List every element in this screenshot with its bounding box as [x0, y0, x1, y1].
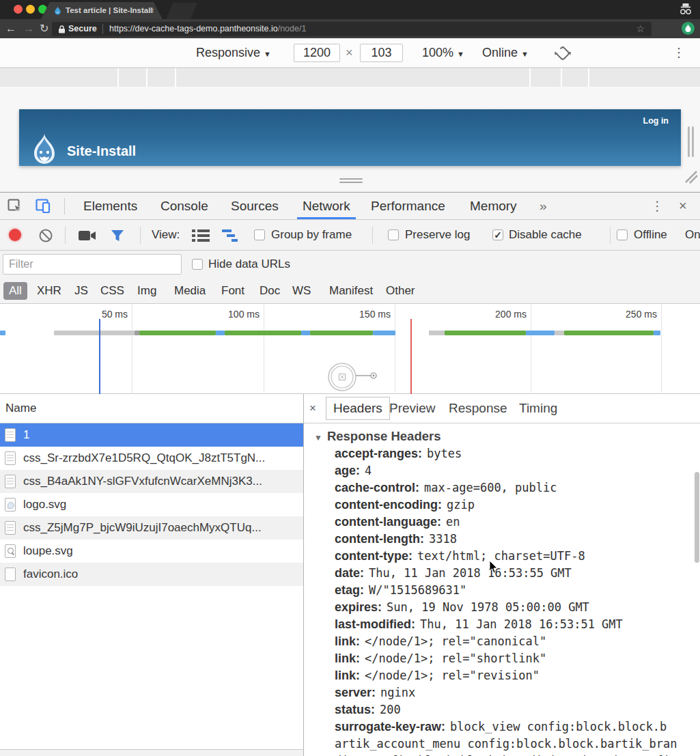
corner-resize-handle[interactable]	[683, 169, 698, 184]
devtools-close-icon[interactable]: ×	[679, 193, 687, 219]
header-name: cache-control:	[335, 481, 419, 494]
reload-icon[interactable]: ↻	[40, 19, 48, 38]
response-header-line: age:4	[304, 462, 700, 479]
devtools-menu-icon[interactable]: ⋮	[651, 193, 664, 219]
header-value: </node/1>; rel="revision"	[365, 669, 540, 682]
device-network-select[interactable]: Online ▼	[482, 38, 529, 68]
chip-css[interactable]: CSS	[98, 282, 127, 300]
chip-js[interactable]: JS	[72, 282, 91, 300]
devtools-tab-memory[interactable]: Memory	[470, 193, 517, 219]
detail-tab-timing[interactable]: Timing	[519, 394, 557, 423]
request-row[interactable]: favicon.ico	[0, 563, 303, 586]
filter-input[interactable]	[3, 254, 182, 275]
chip-font[interactable]: Font	[219, 282, 247, 300]
chip-other[interactable]: Other	[383, 282, 418, 300]
timeline-gridline	[395, 304, 395, 394]
devtools-tab-performance[interactable]: Performance	[371, 193, 445, 219]
waterfall-bar	[564, 331, 654, 335]
record-button[interactable]	[9, 229, 21, 241]
site-header-banner: Log in Site-Install	[19, 109, 681, 166]
forward-icon[interactable]: →	[23, 19, 34, 38]
timeline-gridline	[531, 304, 531, 394]
browser-tab[interactable]: Test article | Site-Install ×	[41, 2, 163, 19]
devtools-tab-elements[interactable]: Elements	[83, 193, 137, 219]
waterfall-bar	[429, 331, 445, 335]
timeline-tick-label: 250 ms	[609, 309, 657, 320]
request-row[interactable]: css_Sr-zrzbdX7e1D5RQ_QtqOK_J8ztT5TgN...	[0, 447, 303, 470]
name-column-header[interactable]: Name	[0, 394, 303, 423]
request-row[interactable]: loupe.svg	[0, 540, 303, 563]
devtools-tab-network[interactable]: Network	[303, 193, 350, 219]
capture-screenshots-icon[interactable]	[79, 229, 96, 242]
device-width-input[interactable]	[294, 44, 340, 62]
close-detail-icon[interactable]: ×	[309, 394, 316, 423]
chip-xhr[interactable]: XHR	[34, 282, 64, 300]
devtools-drag-handle[interactable]	[339, 178, 363, 185]
device-mode-select[interactable]: Responsive ▼	[196, 38, 271, 68]
file-blank-icon	[5, 568, 16, 581]
chip-media[interactable]: Media	[171, 282, 208, 300]
tab-close-icon[interactable]: ×	[149, 2, 154, 19]
chip-all[interactable]: All	[3, 282, 27, 300]
device-toolbar-menu-icon[interactable]: ⋮	[673, 38, 685, 67]
header-name: expires:	[335, 600, 382, 614]
devtools-tab-sources[interactable]: Sources	[231, 193, 279, 219]
device-height-input[interactable]	[360, 44, 403, 62]
detail-tab-preview[interactable]: Preview	[389, 394, 436, 423]
response-header-line: link:</node/1>; rel="canonical"	[304, 633, 700, 650]
hide-data-urls-checkbox[interactable]	[192, 259, 203, 270]
window-minimize-light[interactable]	[26, 5, 35, 14]
header-value: nginx	[380, 686, 415, 699]
response-headers-section[interactable]: ▼Response Headers	[314, 428, 440, 445]
toolbar-divider	[610, 227, 611, 244]
file-doc-icon	[5, 475, 16, 488]
more-tabs-icon[interactable]: »	[540, 193, 547, 219]
extension-icon[interactable]	[682, 22, 695, 35]
preserve-log-checkbox[interactable]	[388, 229, 399, 240]
request-name: css_B4aAk1NY-slGFVxfufcnWcarXeMNj3K3...	[23, 475, 262, 488]
header-name: accept-ranges:	[335, 447, 422, 460]
url-text: https://dev-cache-tags-demo.pantheonsite…	[109, 22, 306, 36]
requests-pane: Name 1css_Sr-zrzbdX7e1D5RQ_QtqOK_J8ztT5T…	[0, 394, 304, 756]
network-filter-row: Hide data URLs	[0, 251, 700, 278]
viewport-resize-handle[interactable]	[688, 126, 696, 160]
view-list-icon[interactable]	[192, 229, 210, 242]
chip-manifest[interactable]: Manifest	[326, 282, 376, 300]
devtools-tab-console[interactable]: Console	[160, 193, 208, 219]
bookmark-star-icon[interactable]: ☆	[636, 22, 645, 36]
login-link[interactable]: Log in	[643, 116, 669, 126]
network-overview[interactable]: 50 ms100 ms150 ms200 ms250 ms	[0, 304, 700, 394]
response-header-line: status:200	[304, 701, 700, 718]
scrollbar-thumb[interactable]	[695, 472, 699, 563]
chip-ws[interactable]: WS	[290, 282, 313, 300]
inspect-element-icon[interactable]	[8, 199, 23, 214]
network-toolbar: View: Online Group by framePreserve log✓…	[0, 220, 700, 251]
file-doc-icon	[5, 451, 16, 465]
group-by-frame-checkbox[interactable]	[254, 229, 265, 240]
chip-doc[interactable]: Doc	[257, 282, 283, 300]
offline-checkbox[interactable]	[617, 229, 628, 240]
request-row[interactable]: css_Z5jMg7P_bjcW9iUzujI7oaechMyxQTUq...	[0, 516, 303, 540]
disable-cache-checkbox[interactable]: ✓	[492, 229, 503, 240]
device-toolbar-toggle-icon[interactable]	[36, 199, 52, 214]
omnibox[interactable]: Secure https://dev-cache-tags-demo.panth…	[52, 22, 652, 36]
throttling-label[interactable]: Online	[685, 220, 700, 250]
clear-icon[interactable]	[38, 228, 53, 243]
view-waterfall-icon[interactable]	[222, 229, 241, 242]
detail-tab-headers[interactable]: Headers	[326, 397, 390, 420]
window-close-light[interactable]	[14, 5, 23, 14]
site-name[interactable]: Site-Install	[67, 143, 136, 159]
request-row[interactable]: css_B4aAk1NY-slGFVxfufcnWcarXeMNj3K3...	[0, 470, 303, 493]
rotate-icon[interactable]	[555, 45, 571, 61]
request-row[interactable]: 1	[0, 423, 303, 447]
filter-icon[interactable]	[110, 228, 125, 243]
request-row[interactable]: logo.svg	[0, 493, 303, 516]
device-zoom-select[interactable]: 100% ▼	[422, 38, 464, 68]
header-value: gzip	[447, 498, 475, 512]
new-tab-button[interactable]	[166, 3, 197, 19]
back-icon[interactable]: ←	[5, 19, 16, 38]
chip-img[interactable]: Img	[135, 282, 159, 300]
detail-tab-response[interactable]: Response	[449, 394, 507, 423]
header-value-continuation: ding config:block.block.bartik_breadcrum…	[304, 753, 700, 756]
browser-addressbar: ← → ↻ Secure https://dev-cache-tags-demo…	[0, 19, 700, 38]
